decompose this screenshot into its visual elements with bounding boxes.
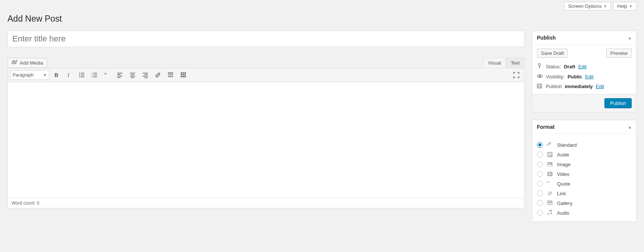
format-option-quote[interactable]: “Quote [537,179,632,189]
svg-rect-18 [117,73,122,74]
page-title: Add New Post [7,10,637,31]
svg-rect-39 [181,74,182,75]
radio-icon[interactable] [537,161,543,167]
format-option-label: Video [557,171,569,177]
toolbar-toggle-button[interactable] [178,70,189,80]
publish-button[interactable]: Publish [604,98,632,108]
aside-format-icon [547,151,553,158]
align-center-button[interactable] [127,70,138,80]
radio-icon[interactable] [537,200,543,206]
editor-toolbar: Paragraph ▼ B I 123 “ [8,68,524,82]
edit-publish-date-link[interactable]: Edit [596,84,604,89]
format-box: Format ▲ StandardAsideImageVideo“QuoteLi… [532,120,637,222]
post-title-input[interactable] [7,31,525,47]
svg-rect-26 [143,73,148,74]
tab-visual[interactable]: Visual [483,57,506,68]
format-option-gallery[interactable]: Gallery [537,198,632,208]
chevron-down-icon: ▼ [43,73,47,77]
format-option-label: Link [557,191,566,196]
word-count-label: Word count: [12,200,35,206]
align-right-button[interactable] [140,70,151,80]
fullscreen-button[interactable] [511,70,522,80]
svg-rect-40 [183,74,184,75]
radio-icon[interactable] [537,190,543,196]
svg-rect-23 [131,74,134,75]
svg-rect-24 [130,76,135,77]
add-media-button[interactable]: Add Media [7,58,47,68]
format-option-audio[interactable]: Audio [537,208,632,218]
video-format-icon [547,171,553,177]
format-select[interactable]: Paragraph ▼ [10,70,49,80]
preview-button[interactable]: Preview [606,49,632,58]
bold-button[interactable]: B [51,70,62,80]
radio-icon[interactable] [537,210,543,216]
svg-rect-12 [93,73,97,74]
format-option-label: Image [557,162,570,167]
radio-icon[interactable] [537,171,543,177]
content-editor[interactable] [8,82,524,198]
svg-rect-44 [184,76,186,77]
svg-rect-27 [144,74,148,75]
svg-text:3: 3 [91,76,93,78]
format-option-image[interactable]: Image [537,159,632,169]
chevron-down-icon: ▼ [629,4,632,8]
svg-rect-30 [168,72,173,73]
insert-more-button[interactable] [165,70,176,80]
svg-rect-28 [143,76,148,77]
svg-rect-60 [548,155,550,156]
numbered-list-button[interactable]: 123 [89,70,100,80]
svg-rect-33 [170,75,171,75]
svg-rect-31 [168,74,173,75]
edit-visibility-link[interactable]: Edit [585,74,593,80]
svg-rect-10 [81,77,84,77]
help-button[interactable]: Help ▼ [613,2,637,10]
screen-options-button[interactable]: Screen Options ▼ [564,2,611,10]
radio-icon[interactable] [537,142,543,148]
format-option-aside[interactable]: Aside [537,150,632,159]
format-option-label: Quote [557,181,570,187]
svg-rect-35 [168,77,173,77]
format-option-label: Aside [557,152,569,158]
tab-text[interactable]: Text [506,57,525,68]
svg-rect-69 [549,210,551,211]
svg-point-5 [79,73,80,74]
format-option-video[interactable]: Video [537,169,632,179]
publish-box: Publish ▲ Save Draft Preview Status: Dra… [532,31,637,112]
svg-rect-16 [93,77,97,77]
image-format-icon [547,161,553,168]
blockquote-button[interactable]: “ [102,70,113,80]
radio-icon[interactable] [537,152,543,158]
audio-format-icon [547,209,553,216]
toggle-panel-icon[interactable]: ▲ [628,36,632,40]
format-option-label: Gallery [557,200,572,206]
svg-rect-50 [537,84,542,88]
svg-rect-20 [117,76,122,77]
radio-icon[interactable] [537,181,543,187]
gallery-format-icon [547,200,553,206]
svg-rect-22 [130,73,135,74]
svg-text:“: “ [547,180,550,187]
link-format-icon [547,190,553,197]
help-label: Help [617,3,627,9]
svg-rect-48 [539,68,540,69]
format-option-standard[interactable]: Standard [537,140,632,150]
status-value: Draft [564,64,575,69]
save-draft-button[interactable]: Save Draft [537,49,568,58]
bullet-list-button[interactable] [76,70,87,80]
italic-button[interactable]: I [63,70,75,80]
toggle-panel-icon[interactable]: ▲ [628,125,632,129]
svg-text:“: “ [104,72,107,78]
status-label: Status: [546,64,561,69]
svg-point-7 [79,75,80,75]
svg-rect-29 [144,77,148,78]
format-option-label: Standard [557,142,577,148]
align-left-button[interactable] [114,70,125,80]
insert-link-button[interactable] [152,70,164,80]
word-count-value: 0 [37,200,40,206]
edit-status-link[interactable]: Edit [578,64,587,69]
format-option-label: Audio [557,210,569,216]
format-list: StandardAsideImageVideo“QuoteLinkGallery… [537,138,632,221]
format-option-link[interactable]: Link [537,189,632,198]
visibility-value: Public [567,74,582,80]
svg-rect-19 [117,74,121,75]
